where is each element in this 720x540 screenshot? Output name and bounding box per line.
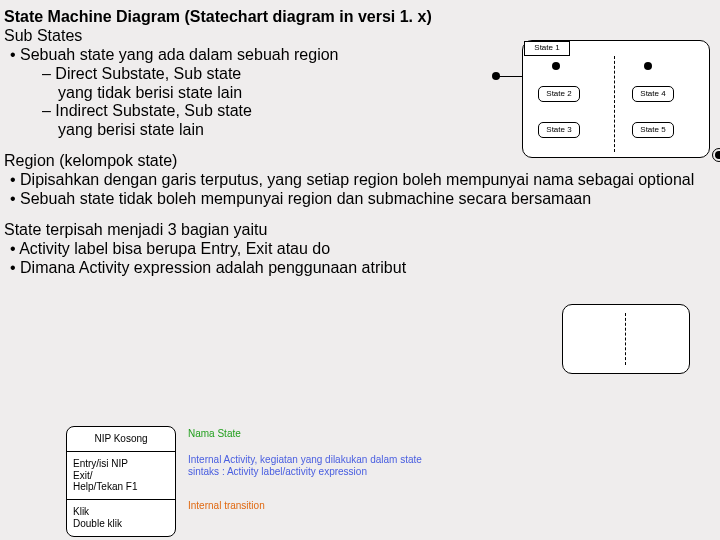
bullet: Dipisahkan dengan garis terputus, yang s… xyxy=(4,171,710,190)
state-box: State 3 xyxy=(538,122,580,138)
comp-activity: Entry/isi NIP Exit/ Help/Tekan F1 xyxy=(67,451,175,499)
statechart-diagram: State 1 State 2 State 3 State 4 State 5 xyxy=(492,36,712,166)
state-box: State 4 xyxy=(632,86,674,102)
state-box: State 2 xyxy=(538,86,580,102)
initial-state-icon xyxy=(552,62,560,70)
stateparts-heading: State terpisah menjadi 3 bagian yaitu xyxy=(4,221,710,240)
region-divider xyxy=(614,56,615,152)
arrow-icon xyxy=(496,76,522,77)
label-nama-state: Nama State xyxy=(188,428,241,440)
slide: State Machine Diagram (Statechart diagra… xyxy=(0,0,720,540)
final-state-icon xyxy=(712,148,720,162)
region-box xyxy=(562,304,690,374)
comp-name: NIP Kosong xyxy=(67,427,175,451)
label-internal-activity: Internal Activity, kegiatan yang dilakuk… xyxy=(188,454,422,466)
bullet: Dimana Activity expression adalah penggu… xyxy=(4,259,710,278)
region-divider xyxy=(625,313,626,365)
state-box: State 5 xyxy=(632,122,674,138)
state-tab: State 1 xyxy=(524,41,570,56)
bullet: Sebuah state tidak boleh mempunyai regio… xyxy=(4,190,710,209)
label-internal-transition: Internal transition xyxy=(188,500,265,512)
label-internal-activity-2: sintaks : Activity label/activity expres… xyxy=(188,466,367,478)
comp-transition: Klik Double klik xyxy=(67,499,175,536)
page-title: State Machine Diagram (Statechart diagra… xyxy=(4,8,710,27)
bullet: Activity label bisa berupa Entry, Exit a… xyxy=(4,240,710,259)
stateparts-block: State terpisah menjadi 3 bagian yaitu Ac… xyxy=(4,221,710,278)
initial-state-icon xyxy=(644,62,652,70)
state-compartment: NIP Kosong Entry/isi NIP Exit/ Help/Teka… xyxy=(66,426,176,537)
